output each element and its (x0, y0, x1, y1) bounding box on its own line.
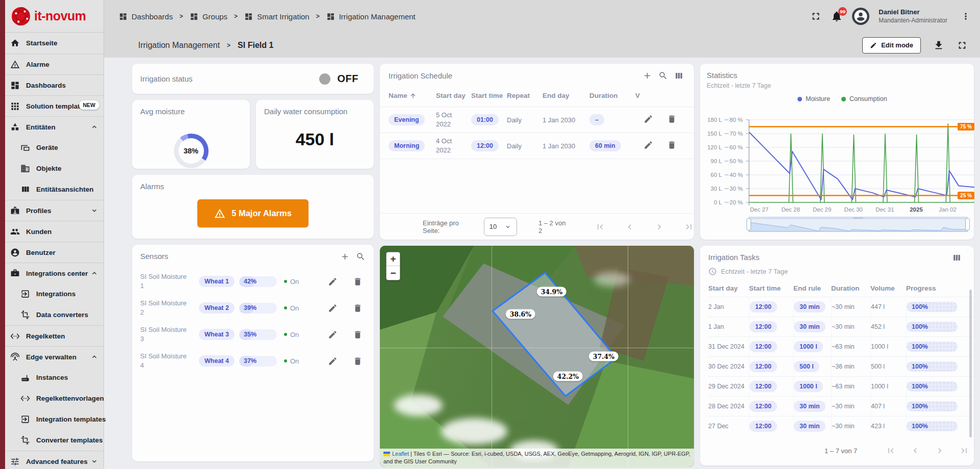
sidebar-item-profiles[interactable]: Profiles (5, 200, 104, 221)
schedule-col-header[interactable]: V (635, 92, 643, 99)
brand-logo[interactable]: it-novum (5, 0, 104, 33)
sensor-row: SI Soil Moisture 2Wheat 239%On (140, 295, 366, 321)
task-volume: 452 l (870, 317, 906, 336)
sidebar-item-integrations-center[interactable]: Integrations center (5, 263, 104, 283)
field-polygon[interactable] (380, 246, 694, 467)
tasks-col-header[interactable]: Volume (870, 284, 906, 292)
download-icon[interactable] (933, 40, 944, 51)
search-icon[interactable] (658, 71, 668, 81)
tasks-body: 2 Jan12:0030 min~30 min447 l100%1 Jan12:… (708, 297, 974, 432)
edit-icon[interactable] (328, 277, 338, 286)
delete-icon[interactable] (353, 303, 363, 313)
sidebar-item-ger-te[interactable]: Geräte (5, 137, 104, 158)
tasks-scrollbar[interactable] (969, 290, 972, 437)
last-page-icon[interactable] (684, 222, 694, 232)
avatar[interactable] (852, 8, 869, 25)
tasks-col-header[interactable]: End rule (793, 284, 831, 292)
delete-icon[interactable] (353, 330, 363, 340)
schedule-col-header[interactable]: Name (389, 92, 436, 99)
next-page-icon[interactable] (935, 446, 945, 456)
sidebar-item-data-converters[interactable]: Data converters (5, 304, 104, 325)
edit-icon[interactable] (328, 356, 338, 366)
status-toggle[interactable] (319, 73, 330, 85)
leaflet-link[interactable]: Leaflet (392, 451, 409, 457)
schedule-col-header[interactable]: Repeat (507, 92, 543, 99)
dashboard-icon (119, 12, 127, 21)
breadcrumb-item-groups[interactable]: Groups (190, 12, 227, 21)
more-menu-icon[interactable] (961, 11, 971, 21)
tasks-col-header[interactable]: Start time (749, 284, 793, 292)
sidebar-item-integrations[interactable]: Integrations (5, 283, 104, 304)
sidebar-item-edge-verwalten[interactable]: Edge verwalten (5, 346, 104, 367)
breadcrumb-item-irrigation-management[interactable]: Irrigation Management (326, 12, 416, 21)
chart-brush[interactable] (749, 217, 968, 232)
sidebar-item-startseite[interactable]: Startseite (5, 33, 104, 54)
next-page-icon[interactable] (654, 222, 664, 232)
delete-icon[interactable] (667, 140, 677, 150)
columns-icon[interactable] (952, 253, 962, 263)
edit-icon[interactable] (643, 140, 653, 150)
svg-text:20 %: 20 % (730, 199, 743, 205)
zoom-in-button[interactable]: + (386, 252, 400, 266)
prev-page-icon[interactable] (625, 222, 635, 232)
tasks-col-header[interactable]: Start day (708, 284, 749, 292)
sidebar-item-objekte[interactable]: Objekte (5, 158, 104, 179)
sensors-card: Sensors SI Soil Moisture 1Wheat 142%OnSI… (132, 245, 374, 461)
last-page-icon[interactable] (959, 446, 969, 456)
add-schedule-icon[interactable] (642, 71, 652, 81)
sidebar-item-advanced-features[interactable]: Advanced features (5, 451, 104, 469)
schedule-col-header[interactable]: Start day (436, 92, 471, 99)
sidebar-item-alarme[interactable]: Alarme (5, 54, 104, 74)
sidebar-item-integration-templates[interactable]: Integration templates (5, 409, 104, 430)
sidebar-item-regelketten[interactable]: Regelketten (5, 325, 104, 346)
first-page-icon[interactable] (595, 222, 605, 232)
edit-icon[interactable] (643, 114, 653, 124)
tasks-col-header[interactable]: Progress (906, 284, 959, 292)
fullscreen-icon[interactable] (810, 11, 821, 22)
edit-icon[interactable] (328, 330, 338, 340)
sensor-value-pill: 37% (239, 356, 277, 367)
sidebar-item-benutzer[interactable]: Benutzer (5, 242, 104, 263)
schedule-col-header[interactable]: Start time (471, 92, 507, 99)
brush-handle-right[interactable] (965, 218, 970, 230)
sidebar-item-dashboards[interactable]: Dashboards (5, 74, 104, 95)
sidebar-item-label: Alarme (26, 61, 49, 68)
breadcrumb-item-smart-irrigation[interactable]: Smart Irrigation (244, 12, 310, 21)
sidebar-item-instances[interactable]: Instances (5, 367, 104, 388)
sidebar-item-solution-templates[interactable]: Solution templatesNEW (5, 95, 104, 116)
notifications-button[interactable]: 99 (831, 10, 843, 22)
add-sensor-icon[interactable] (340, 252, 350, 262)
schedule-start-day: 5 Oct 2022 (436, 111, 461, 129)
first-page-icon[interactable] (886, 446, 896, 456)
svg-text:90 L: 90 L (711, 158, 723, 164)
delete-icon[interactable] (353, 356, 363, 366)
search-icon[interactable] (356, 252, 366, 262)
edit-mode-button[interactable]: Edit mode (862, 37, 921, 54)
delete-icon[interactable] (667, 114, 677, 124)
schedule-col-header[interactable]: Duration (589, 92, 635, 99)
sensor-row: SI Soil Moisture 3Wheat 335%On (140, 321, 366, 348)
schedule-col-header[interactable]: End day (543, 92, 589, 99)
page-breadcrumb-parent[interactable]: Irrigation Management (138, 41, 220, 50)
dashboard-fullscreen-icon[interactable] (957, 40, 968, 51)
sidebar-item-kunden[interactable]: Kunden (5, 221, 104, 242)
columnsview-icon (20, 185, 30, 194)
sidebar-item-converter-templates[interactable]: Converter templates (5, 430, 104, 451)
sidebar-item-entit-ten[interactable]: Entitäten (5, 116, 104, 137)
per-page-select[interactable]: 10 (484, 218, 517, 236)
schedule-row: Morning4 Oct 202212:00Daily1 Jan 203060 … (380, 133, 694, 159)
sidebar-item-regelkettenvorlagen[interactable]: Regelkettenvorlagen (5, 388, 104, 409)
delete-icon[interactable] (353, 277, 363, 286)
notification-count-badge: 99 (838, 7, 847, 16)
columns-icon[interactable] (674, 71, 684, 81)
brush-handle-left[interactable] (746, 218, 751, 230)
svg-text:50 %: 50 % (730, 158, 743, 164)
major-alarms-button[interactable]: 5 Major Alarms (197, 199, 308, 227)
edit-icon[interactable] (328, 303, 338, 313)
sidebar-item-entit-tsansichten[interactable]: Entitätsansichten (5, 179, 104, 200)
breadcrumb-item-dashboards[interactable]: Dashboards (119, 12, 173, 21)
zoom-out-button[interactable]: − (386, 266, 400, 280)
svg-text:Dec 28: Dec 28 (781, 206, 800, 213)
prev-page-icon[interactable] (910, 446, 920, 456)
tasks-col-header[interactable]: Duration (831, 284, 870, 292)
